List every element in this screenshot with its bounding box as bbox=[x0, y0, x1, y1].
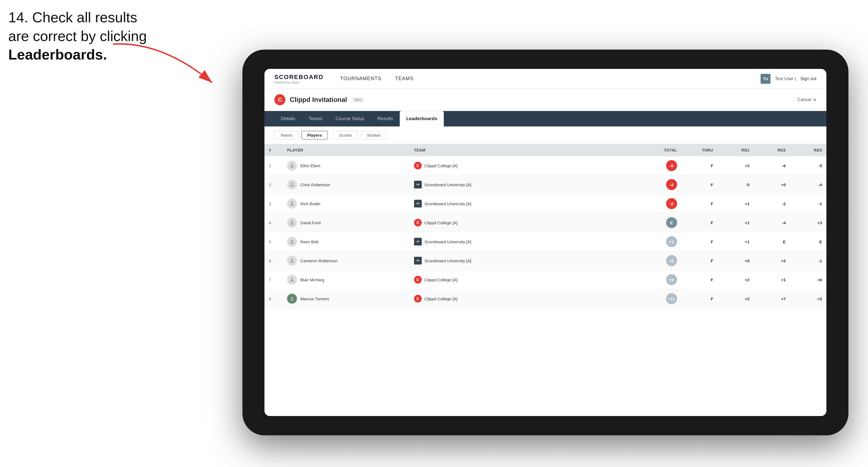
col-rd3: RD3 bbox=[790, 144, 827, 156]
team-name: Clippd College [A] bbox=[425, 163, 458, 168]
team-icon: C bbox=[414, 219, 422, 226]
logo-text: SCOREBOARD bbox=[274, 73, 324, 81]
table-row: 7Blair McHargCClippd College [A]+9F+2+1+… bbox=[265, 270, 827, 289]
cell-thru: F bbox=[682, 194, 718, 213]
score-badge: -2 bbox=[666, 198, 677, 209]
tournament-badge: Men bbox=[351, 97, 365, 102]
leaderboard-table-container: # PLAYER TEAM TOTAL THRU RD1 RD2 RD3 1El… bbox=[265, 144, 827, 416]
cell-rd2: +7 bbox=[754, 289, 790, 308]
tab-details[interactable]: Details bbox=[274, 111, 302, 126]
svg-point-3 bbox=[291, 202, 293, 204]
team-name: Clippd College [A] bbox=[425, 297, 458, 301]
cell-rd3: -5 bbox=[790, 156, 827, 175]
cell-rd3: -4 bbox=[790, 175, 827, 194]
filter-strokes[interactable]: Strokes bbox=[361, 131, 386, 139]
score-badge: -8 bbox=[666, 160, 677, 171]
cell-pos: 2 bbox=[265, 175, 283, 194]
tab-bar: Details Teams Course Setup Results Leade… bbox=[265, 111, 827, 126]
logo-sub: Powered by clippd bbox=[274, 81, 324, 84]
tab-results[interactable]: Results bbox=[371, 111, 400, 126]
filter-bar: Teams Players Scores Strokes bbox=[265, 126, 827, 144]
tournament-title: Clippd Invitational bbox=[290, 96, 347, 103]
cell-rd1: +2 bbox=[718, 270, 754, 289]
player-name: Marcus Turners bbox=[300, 297, 329, 301]
nav-teams[interactable]: TEAMS bbox=[395, 76, 414, 82]
user-avatar: TU bbox=[761, 74, 771, 84]
table-row: 1Elliot EbertCClippd College [A]-8F+3-6-… bbox=[265, 156, 827, 175]
player-avatar bbox=[287, 275, 297, 285]
player-name: Blair McHarg bbox=[300, 277, 324, 282]
table-row: 5Rees BrittSBScoreboard University [A]+1… bbox=[265, 232, 827, 251]
cell-rd3: +3 bbox=[790, 213, 827, 232]
cell-player: Blair McHarg bbox=[283, 270, 410, 289]
player-avatar bbox=[287, 161, 297, 170]
cell-pos: 1 bbox=[265, 156, 283, 175]
player-avatar bbox=[287, 294, 297, 304]
score-badge: +1 bbox=[666, 236, 677, 247]
team-icon: SB bbox=[414, 200, 422, 208]
team-icon: C bbox=[414, 295, 422, 303]
cell-pos: 3 bbox=[265, 194, 283, 213]
cell-rd1: +2 bbox=[718, 289, 754, 308]
filter-teams[interactable]: Teams bbox=[274, 131, 298, 139]
user-label: Test User | bbox=[775, 76, 796, 81]
team-icon: SB bbox=[414, 238, 422, 246]
cell-total: E bbox=[636, 213, 681, 232]
col-rd1: RD1 bbox=[718, 144, 754, 156]
cell-rd2: E bbox=[754, 232, 790, 251]
cell-player: Marcus Turners bbox=[283, 289, 410, 308]
cell-team: CClippd College [A] bbox=[410, 156, 636, 175]
player-name: Elliot Ebert bbox=[300, 163, 320, 168]
table-body: 1Elliot EbertCClippd College [A]-8F+3-6-… bbox=[265, 156, 827, 308]
team-name: Scoreboard University [A] bbox=[425, 240, 471, 244]
tab-teams[interactable]: Teams bbox=[302, 111, 329, 126]
tab-leaderboards[interactable]: Leaderboards bbox=[400, 111, 444, 126]
cell-total: +9 bbox=[636, 270, 681, 289]
cell-thru: F bbox=[682, 156, 718, 175]
cell-rd1: +1 bbox=[718, 194, 754, 213]
nav-links: TOURNAMENTS TEAMS bbox=[340, 76, 761, 82]
team-icon: SB bbox=[414, 257, 422, 264]
table-row: 4David FordCClippd College [A]EF+1-4+3 bbox=[265, 213, 827, 232]
cell-pos: 4 bbox=[265, 213, 283, 232]
col-rd2: RD2 bbox=[754, 144, 790, 156]
nav-tournaments[interactable]: TOURNAMENTS bbox=[340, 76, 381, 82]
signout-link[interactable]: Sign out bbox=[800, 76, 816, 81]
filter-players[interactable]: Players bbox=[301, 131, 328, 139]
cell-total: +6 bbox=[636, 251, 681, 270]
cell-thru: F bbox=[682, 289, 718, 308]
svg-point-7 bbox=[291, 278, 293, 280]
cell-team: CClippd College [A] bbox=[410, 289, 636, 308]
player-avatar bbox=[287, 218, 297, 227]
cell-pos: 5 bbox=[265, 232, 283, 251]
player-avatar bbox=[287, 180, 297, 190]
cell-player: Rich Butler bbox=[283, 194, 410, 213]
cell-rd3: E bbox=[790, 232, 827, 251]
cell-total: +11 bbox=[636, 289, 681, 308]
leaderboard-table: # PLAYER TEAM TOTAL THRU RD1 RD2 RD3 1El… bbox=[265, 144, 827, 308]
cell-player: David Ford bbox=[283, 213, 410, 232]
cell-team: SBScoreboard University [A] bbox=[410, 251, 636, 270]
player-avatar bbox=[287, 237, 297, 247]
tab-course-setup[interactable]: Course Setup bbox=[329, 111, 371, 126]
cell-rd1: +3 bbox=[718, 156, 754, 175]
cell-rd1: +5 bbox=[718, 251, 754, 270]
player-name: Rees Britt bbox=[300, 240, 318, 244]
score-badge: E bbox=[666, 217, 677, 228]
col-team: TEAM bbox=[410, 144, 636, 156]
cell-rd3: +2 bbox=[790, 289, 827, 308]
table-row: 6Cameron RobertsonSBScoreboard Universit… bbox=[265, 251, 827, 270]
col-pos: # bbox=[265, 144, 283, 156]
col-player: PLAYER bbox=[283, 144, 410, 156]
team-name: Scoreboard University [A] bbox=[425, 201, 471, 206]
tournament-title-area: C Clippd Invitational Men bbox=[274, 94, 365, 105]
filter-scores[interactable]: Scores bbox=[333, 131, 358, 139]
table-row: 8Marcus TurnersCClippd College [A]+11F+2… bbox=[265, 289, 827, 308]
team-name: Clippd College [A] bbox=[425, 277, 458, 282]
cell-rd2: -4 bbox=[754, 213, 790, 232]
col-thru: THRU bbox=[682, 144, 718, 156]
svg-point-6 bbox=[291, 259, 293, 261]
cancel-button[interactable]: Cancel ✕ bbox=[798, 97, 816, 102]
cell-thru: F bbox=[682, 232, 718, 251]
cell-rd3: -1 bbox=[790, 194, 827, 213]
